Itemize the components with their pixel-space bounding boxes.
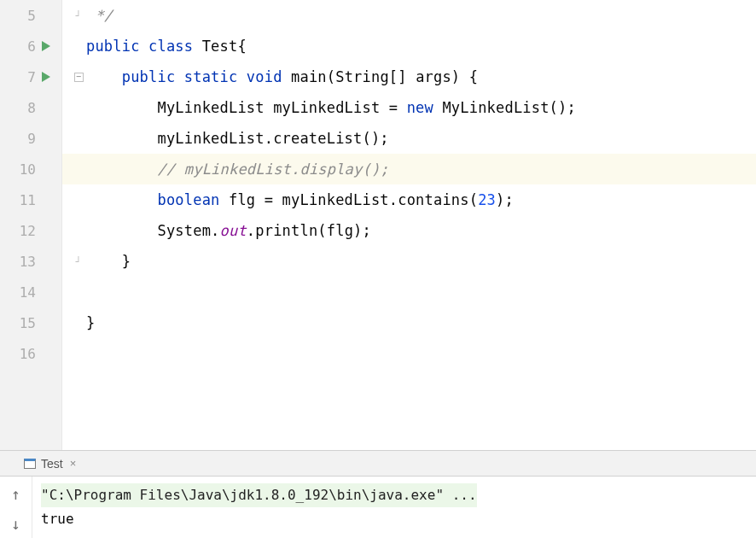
gutter-row[interactable]: 7 (0, 61, 61, 92)
code-line[interactable]: MyLinkedList myLinkedList = new MyLinked… (62, 92, 756, 123)
console-toolbar: ↑ ↓ (0, 477, 32, 538)
code-line-content: myLinkedList.createList(); (86, 130, 389, 147)
code-line[interactable]: myLinkedList.createList(); (62, 123, 756, 154)
run-gutter-icon-cell[interactable] (36, 41, 56, 51)
gutter-left-margin (0, 61, 7, 92)
close-icon[interactable]: × (70, 457, 77, 470)
line-number: 13 (7, 254, 36, 270)
line-number: 10 (7, 161, 36, 178)
gutter-left-margin (0, 307, 7, 338)
gutter-row[interactable]: 10 (0, 154, 61, 184)
code-line-content: // myLinkedList.display(); (86, 161, 389, 178)
code-editor[interactable]: 5678910111213141516 ┘ */public class Tes… (0, 0, 756, 451)
gutter-left-margin (0, 154, 7, 184)
console-tab-bar: Test × (0, 451, 756, 477)
line-number: 14 (7, 284, 36, 301)
gutter-left-margin (0, 123, 7, 154)
gutter-row[interactable]: 12 (0, 215, 61, 246)
run-icon[interactable] (42, 72, 50, 82)
code-line[interactable]: ┘ */ (62, 0, 756, 31)
scroll-up-icon[interactable]: ↑ (11, 485, 20, 503)
run-config-icon (24, 459, 36, 469)
code-line-content: } (86, 314, 95, 331)
code-area[interactable]: ┘ */public class Test{− public static vo… (62, 0, 756, 450)
code-line-content: public class Test{ (86, 38, 247, 55)
code-line-content: */ (86, 7, 113, 24)
line-number: 9 (7, 131, 36, 147)
gutter-row[interactable]: 9 (0, 123, 61, 154)
line-number: 11 (7, 192, 36, 208)
code-line-content: public static void main(String[] args) { (86, 68, 478, 85)
gutter-left-margin (0, 246, 7, 277)
gutter-left-margin (0, 31, 7, 61)
line-number: 7 (7, 69, 36, 85)
gutter-left-margin (0, 338, 7, 369)
code-line[interactable]: } (62, 307, 756, 338)
console-tab-test[interactable]: Test × (19, 457, 81, 471)
gutter-row[interactable]: 14 (0, 277, 61, 307)
console-output[interactable]: "C:\Program Files\Java\jdk1.8.0_192\bin\… (32, 477, 756, 538)
code-line-content: } (86, 253, 131, 270)
code-line[interactable]: System.out.println(flg); (62, 215, 756, 246)
gutter-left-margin (0, 277, 7, 307)
gutter-row[interactable]: 11 (0, 184, 61, 215)
gutter-row[interactable]: 16 (0, 338, 61, 369)
line-number: 6 (7, 38, 36, 55)
line-number: 15 (7, 315, 36, 331)
run-tool-window: Test × ↑ ↓ "C:\Program Files\Java\jdk1.8… (0, 451, 756, 538)
code-line[interactable]: ┘ } (62, 246, 756, 277)
code-line[interactable]: boolean flg = myLinkedList.contains(23); (62, 184, 756, 215)
gutter-row[interactable]: 8 (0, 92, 61, 123)
fold-marker-cell[interactable]: ┘ (71, 256, 86, 267)
line-number: 12 (7, 223, 36, 239)
gutter-left-margin (0, 92, 7, 123)
scroll-down-icon[interactable]: ↓ (11, 515, 20, 533)
gutter-row[interactable]: 5 (0, 0, 61, 31)
line-number: 8 (7, 100, 36, 116)
run-icon[interactable] (42, 41, 50, 51)
code-line-content: MyLinkedList myLinkedList = new MyLinked… (86, 99, 576, 116)
fold-marker-cell[interactable]: − (71, 73, 86, 82)
gutter-left-margin (0, 215, 7, 246)
code-line[interactable]: // myLinkedList.display(); (62, 154, 756, 184)
console-output-line: true (41, 507, 747, 531)
console-body: ↑ ↓ "C:\Program Files\Java\jdk1.8.0_192\… (0, 477, 756, 538)
run-gutter-icon-cell[interactable] (36, 72, 56, 82)
code-line[interactable] (62, 277, 756, 307)
fold-collapse-icon[interactable]: − (74, 73, 84, 82)
line-number: 5 (7, 8, 36, 24)
editor-gutter: 5678910111213141516 (0, 0, 62, 450)
gutter-row[interactable]: 15 (0, 307, 61, 338)
code-line[interactable]: − public static void main(String[] args)… (62, 61, 756, 92)
code-line-content: boolean flg = myLinkedList.contains(23); (86, 191, 514, 208)
code-line[interactable]: public class Test{ (62, 31, 756, 61)
line-number: 16 (7, 346, 36, 362)
gutter-row[interactable]: 13 (0, 246, 61, 277)
console-command-line: "C:\Program Files\Java\jdk1.8.0_192\bin\… (41, 483, 477, 507)
console-tab-label: Test (41, 457, 63, 471)
fold-marker-cell[interactable]: ┘ (71, 10, 86, 21)
gutter-left-margin (0, 0, 7, 31)
gutter-left-margin (0, 184, 7, 215)
code-line-content: System.out.println(flg); (86, 222, 371, 239)
gutter-row[interactable]: 6 (0, 31, 61, 61)
code-line[interactable] (62, 338, 756, 369)
fold-end-icon: ┘ (76, 10, 82, 21)
fold-end-icon: ┘ (76, 256, 82, 267)
